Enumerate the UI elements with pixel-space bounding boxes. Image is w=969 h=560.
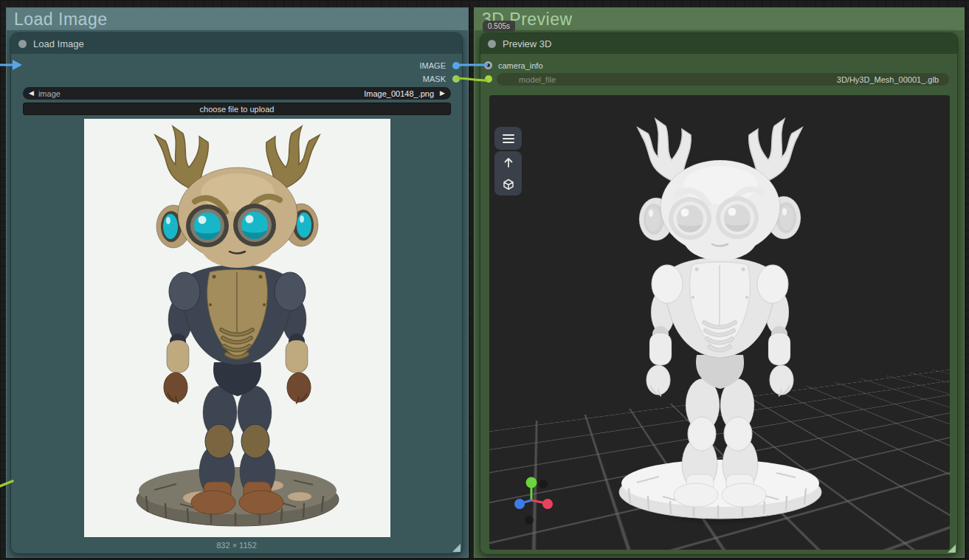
axis-negative-knob [539, 480, 548, 488]
robot-mesh-3d [567, 111, 873, 530]
3d-viewport[interactable] [489, 95, 950, 550]
collapse-dot[interactable] [18, 40, 27, 48]
image-preview [84, 119, 390, 537]
image-dimensions: 832 × 1152 [11, 541, 462, 550]
node-title: Preview 3D [503, 38, 551, 49]
prev-image-arrow-icon[interactable]: ◀ [29, 87, 34, 100]
axis-y-ball[interactable] [526, 477, 537, 488]
output-dot-mask[interactable] [452, 75, 460, 83]
up-arrow-icon [503, 156, 514, 168]
axis-x-ball[interactable] [542, 499, 553, 509]
input-dot-model-file[interactable] [485, 75, 492, 83]
input-label-camera-info: camera_info [498, 61, 543, 71]
model-file-label: model_file [519, 75, 556, 84]
viewport-toolbar [494, 127, 522, 196]
output-label-image: IMAGE [420, 61, 446, 71]
output-label-mask: MASK [423, 75, 446, 84]
axis-negative-knob [525, 516, 534, 525]
runtime-badge: 0.505s [483, 21, 515, 32]
model-file-widget[interactable]: model_file 3D/Hy3D_Mesh_00001_.glb [497, 73, 949, 86]
node-preview-3d: Preview 3D camera_info model_file 3D/Hy3… [480, 32, 958, 555]
axis-gizmo[interactable] [504, 468, 563, 534]
robot-figure-image [84, 119, 390, 537]
collapse-dot[interactable] [488, 40, 496, 48]
menu-button[interactable] [494, 127, 522, 150]
node-load-image: Load Image IMAGE MASK ◀ image Image_0014… [10, 32, 463, 554]
image-widget-label: image [38, 89, 61, 98]
image-widget-value: Image_00148_.png [364, 89, 434, 98]
axis-z-ball[interactable] [514, 499, 525, 509]
next-image-arrow-icon[interactable]: ▶ [440, 87, 445, 100]
menu-icon [503, 134, 514, 143]
image-widget[interactable]: ◀ image Image_00148_.png ▶ [23, 87, 451, 100]
group-load-image-header[interactable]: Load Image [7, 8, 468, 30]
group-3d-preview-header[interactable]: 3D Preview [475, 8, 964, 30]
node-title: Load Image [33, 38, 84, 49]
cube-icon [503, 179, 514, 190]
group-title: Load Image [14, 10, 107, 30]
export-button[interactable] [494, 151, 522, 173]
input-dot-camera-info[interactable] [484, 61, 492, 69]
output-dot-image[interactable] [452, 62, 460, 69]
model-view-button[interactable] [494, 173, 522, 196]
node-preview-3d-titlebar[interactable]: Preview 3D [480, 33, 957, 54]
node-load-image-titlebar[interactable]: Load Image [11, 33, 462, 54]
model-file-value: 3D/Hy3D_Mesh_00001_.glb [837, 75, 939, 84]
choose-file-button[interactable]: choose file to upload [23, 103, 451, 115]
node-resize-handle[interactable] [452, 544, 461, 552]
